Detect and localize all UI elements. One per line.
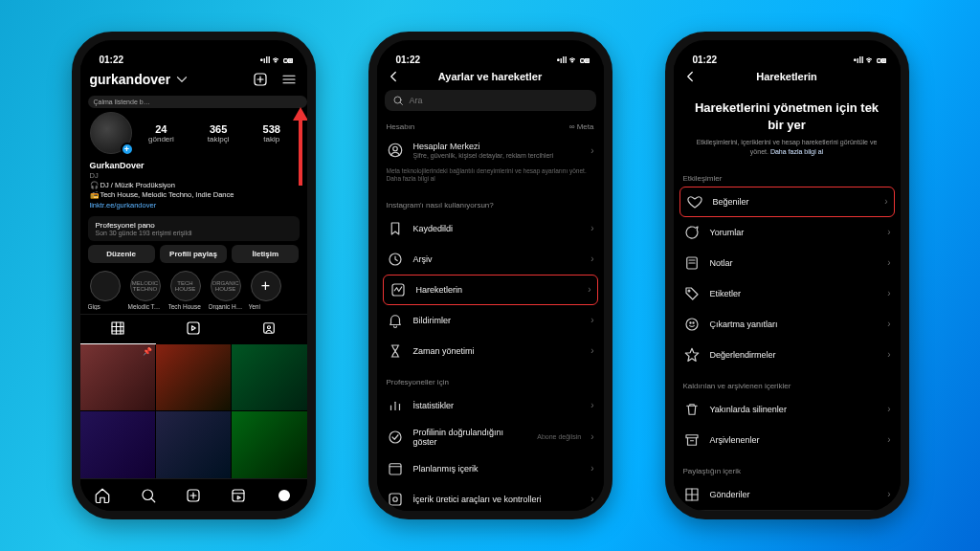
svg-line-23: [400, 102, 403, 105]
hero-body: Etkileşimlerini, içeriklerini ve hesap h…: [693, 138, 881, 157]
highlight-add[interactable]: +Yeni: [249, 271, 283, 310]
pro-dashboard-panel[interactable]: Profesyonel pano Son 30 günde 193 erişim…: [88, 216, 300, 241]
section-removed-header: Kaldırılan ve arşivlenen içerikler: [674, 374, 901, 394]
svg-point-21: [278, 490, 290, 501]
calendar-icon: [387, 460, 404, 477]
bio-link[interactable]: linktr.ee/gurkandover: [90, 201, 298, 210]
status-icons: •ıll ᯤ ▢▣: [260, 55, 294, 65]
item-scheduled[interactable]: Planlanmış içerik›: [377, 453, 604, 484]
chevron-right-icon: ›: [590, 400, 593, 410]
nav-home-icon[interactable]: [94, 487, 111, 504]
edit-profile-button[interactable]: Düzenle: [88, 245, 155, 263]
stat-following[interactable]: 538takip: [263, 123, 280, 143]
highlight-item[interactable]: MELODIC TECHNOMelodic Tec…: [128, 271, 163, 310]
back-button[interactable]: [681, 68, 699, 85]
nav-profile-icon[interactable]: [276, 487, 293, 504]
svg-point-50: [692, 322, 693, 323]
profile-buttons: Düzenle Profili paylaş İletişim: [80, 245, 307, 263]
comment-icon: [683, 224, 701, 241]
item-archive[interactable]: Arşiv›: [377, 244, 604, 275]
status-time: 01:22: [396, 55, 421, 65]
item-tags[interactable]: Etiketler›: [674, 278, 901, 309]
post-thumb[interactable]: 📌: [80, 344, 155, 411]
tab-grid[interactable]: [80, 315, 156, 344]
highlight-item[interactable]: TECH HOUSETech House: [168, 271, 203, 310]
phone-profile: 01:22 •ıll ᯤ ▢▣ gurkandover Çalma listen…: [72, 32, 316, 519]
nav-create-icon[interactable]: [185, 487, 202, 504]
highlight-item[interactable]: ORGANIC HOUSEOrganic Ho…: [209, 271, 243, 310]
bookmark-icon: [387, 220, 404, 237]
svg-marker-51: [685, 348, 699, 361]
svg-point-35: [392, 497, 397, 502]
item-time-management[interactable]: Zaman yönetimi›: [377, 336, 604, 366]
item-saved[interactable]: Kaydedildi›: [377, 213, 604, 244]
profile-top: + 24gönderi 365takipçi 538takip: [80, 108, 307, 156]
tab-reels[interactable]: [156, 315, 232, 344]
chevron-right-icon: ›: [590, 145, 593, 156]
user-circle-icon: [387, 142, 404, 159]
story-note-bubble[interactable]: Çalma listende b…: [88, 96, 307, 108]
callout-arrow: [299, 119, 302, 186]
create-post-button[interactable]: [252, 71, 269, 88]
notch: [139, 40, 249, 61]
search-input[interactable]: Ara: [385, 90, 596, 111]
bio-display-name: GurkanDover: [90, 160, 298, 171]
tab-tagged[interactable]: [232, 315, 307, 344]
post-thumb[interactable]: [156, 411, 231, 478]
nav-reels-icon[interactable]: [230, 487, 247, 504]
stat-followers[interactable]: 365takipçi: [208, 123, 230, 143]
username-label: gurkandover: [90, 72, 171, 87]
item-sticker-replies[interactable]: Çıkartma yanıtları›: [674, 309, 901, 340]
add-story-badge[interactable]: +: [121, 143, 134, 156]
chevron-right-icon: ›: [887, 349, 890, 360]
chevron-right-icon: ›: [887, 257, 890, 268]
activity-screen: Hareketlerin Hareketlerini yönetmen için…: [674, 65, 901, 511]
item-archived[interactable]: Arşivlenenler›: [674, 425, 901, 455]
share-profile-button[interactable]: Profili paylaş: [160, 245, 227, 263]
chevron-right-icon: ›: [588, 284, 590, 295]
post-thumb[interactable]: [80, 411, 155, 478]
item-insights[interactable]: İstatistikler›: [377, 390, 604, 421]
post-thumb[interactable]: [232, 411, 306, 478]
avatar[interactable]: +: [90, 112, 132, 154]
highlights-row[interactable]: Gigs MELODIC TECHNOMelodic Tec… TECH HOU…: [80, 263, 307, 314]
username-dropdown[interactable]: gurkandover: [90, 71, 191, 88]
activity-header: Hareketlerin: [674, 65, 901, 86]
item-recently-deleted[interactable]: Yakınlarda silinenler›: [674, 394, 901, 425]
item-creator-tools[interactable]: İçerik üretici araçları ve kontrolleri›: [377, 484, 604, 511]
item-comments[interactable]: Yorumlar›: [674, 217, 901, 248]
highlight-item[interactable]: Gigs: [88, 271, 122, 310]
bell-icon: [387, 312, 404, 329]
bar-chart-icon: [387, 397, 404, 414]
item-reviews[interactable]: Değerlendirmeler›: [674, 340, 901, 370]
stat-posts[interactable]: 24gönderi: [148, 123, 174, 143]
contact-button[interactable]: İletişim: [232, 245, 299, 263]
hourglass-icon: [387, 342, 404, 360]
search-icon: [392, 95, 404, 106]
item-your-activity[interactable]: Hareketlerin›: [383, 275, 598, 305]
section-interactions-header: Etkileşimler: [674, 166, 901, 187]
item-notes[interactable]: Notlar›: [674, 248, 901, 278]
item-posts[interactable]: Gönderiler›: [674, 479, 901, 510]
bottom-nav: [674, 510, 901, 511]
bio-category: DJ: [90, 171, 298, 181]
post-thumb[interactable]: [156, 344, 231, 411]
post-thumb[interactable]: [232, 344, 306, 411]
hero-block: Hareketlerini yönetmen için tek bir yer …: [674, 86, 901, 166]
item-accounts-center[interactable]: Hesaplar MerkeziŞifre, güvenlik, kişisel…: [377, 135, 604, 165]
learn-more-link[interactable]: Daha fazla bilgi al: [770, 148, 823, 155]
back-button[interactable]: [385, 68, 402, 85]
notch: [435, 40, 546, 61]
nav-search-icon[interactable]: [140, 487, 157, 504]
status-time: 01:22: [693, 55, 718, 65]
svg-rect-6: [112, 322, 123, 334]
svg-point-47: [688, 290, 690, 292]
chevron-right-icon: ›: [590, 463, 593, 474]
item-verified[interactable]: Profilinin doğrulandığını gösterAbone de…: [377, 421, 604, 453]
star-icon: [683, 346, 701, 364]
item-notifications[interactable]: Bildirimler›: [377, 305, 604, 336]
bottom-nav: [80, 478, 307, 511]
item-likes[interactable]: Beğeniler›: [679, 187, 895, 217]
svg-rect-32: [390, 464, 401, 474]
hamburger-menu-button[interactable]: [280, 71, 298, 88]
